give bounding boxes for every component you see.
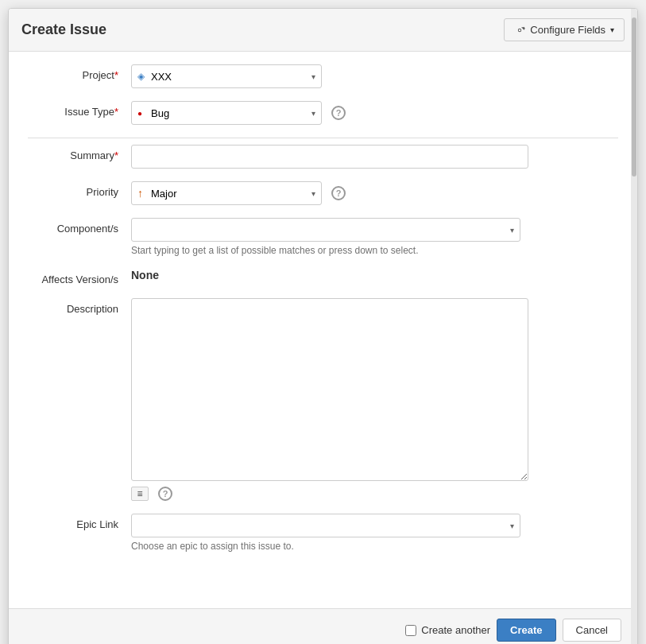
affects-version-label: Affects Version/s bbox=[28, 269, 131, 285]
section-divider bbox=[28, 138, 618, 138]
summary-required-star: * bbox=[114, 149, 118, 161]
create-another-checkbox[interactable] bbox=[405, 625, 416, 636]
configure-fields-label: Configure Fields bbox=[530, 24, 605, 36]
components-row: Component/s ▾ Start typing to get a list… bbox=[28, 218, 618, 256]
footer-actions: Create another Create Cancel bbox=[25, 619, 621, 642]
epic-link-row: Epic Link ▾ Choose an epic to assign thi… bbox=[28, 514, 618, 552]
epic-link-field: ▾ Choose an epic to assign this issue to… bbox=[131, 514, 618, 552]
epic-link-hint: Choose an epic to assign this issue to. bbox=[131, 541, 618, 552]
epic-link-select-wrapper: ▾ bbox=[131, 514, 520, 537]
priority-field: ↑ Major Minor Critical Blocker Trivial ▾… bbox=[131, 181, 618, 205]
gear-icon bbox=[514, 25, 525, 36]
issue-type-help-icon[interactable]: ? bbox=[331, 106, 346, 120]
description-field: ≡ ? bbox=[131, 298, 618, 501]
description-row: Description ≡ ? bbox=[28, 298, 618, 501]
priority-select[interactable]: Major Minor Critical Blocker Trivial bbox=[131, 181, 322, 205]
create-button[interactable]: Create bbox=[497, 619, 555, 642]
affects-version-value: None bbox=[131, 264, 159, 281]
components-select[interactable] bbox=[131, 218, 520, 242]
scrollbar[interactable] bbox=[631, 9, 637, 644]
description-toolbar-icon[interactable]: ≡ bbox=[131, 487, 149, 501]
summary-field bbox=[131, 145, 618, 169]
scrollbar-thumb[interactable] bbox=[632, 17, 636, 177]
project-select[interactable]: XXX bbox=[131, 64, 322, 88]
issue-type-required-star: * bbox=[114, 106, 118, 118]
priority-row-inner: ↑ Major Minor Critical Blocker Trivial ▾… bbox=[131, 181, 618, 205]
description-tools: ≡ ? bbox=[131, 487, 618, 501]
description-help-icon[interactable]: ? bbox=[158, 487, 172, 501]
issue-type-select-wrapper: ● Bug Task Story Epic ▾ bbox=[131, 101, 322, 125]
issue-type-row-inner: ● Bug Task Story Epic ▾ ? bbox=[131, 101, 618, 125]
issue-type-field: ● Bug Task Story Epic ▾ ? bbox=[131, 101, 618, 125]
epic-link-select[interactable] bbox=[131, 514, 520, 537]
priority-help-icon[interactable]: ? bbox=[331, 186, 346, 200]
issue-type-select[interactable]: Bug Task Story Epic bbox=[131, 101, 322, 125]
form-section: Project* ◈ XXX ▾ Issue Type* bbox=[9, 52, 637, 577]
issue-type-row: Issue Type* ● Bug Task Story Epic ▾ bbox=[28, 101, 618, 125]
dialog-body: Project* ◈ XXX ▾ Issue Type* bbox=[9, 52, 637, 608]
components-label: Component/s bbox=[28, 218, 131, 235]
epic-link-label: Epic Link bbox=[28, 514, 131, 530]
priority-select-wrapper: ↑ Major Minor Critical Blocker Trivial ▾ bbox=[131, 181, 322, 205]
priority-label: Priority bbox=[28, 181, 131, 198]
configure-fields-button[interactable]: Configure Fields ▾ bbox=[504, 18, 625, 41]
configure-fields-chevron-icon: ▾ bbox=[610, 25, 614, 34]
summary-label: Summary* bbox=[28, 145, 131, 161]
affects-version-row: Affects Version/s None bbox=[28, 269, 618, 285]
components-field: ▾ Start typing to get a list of possible… bbox=[131, 218, 618, 256]
description-label: Description bbox=[28, 298, 131, 315]
components-select-wrapper: ▾ bbox=[131, 218, 520, 242]
summary-row: Summary* bbox=[28, 145, 618, 169]
priority-row: Priority ↑ Major Minor Critical Blocker … bbox=[28, 181, 618, 205]
cancel-button[interactable]: Cancel bbox=[563, 619, 621, 642]
create-another-label[interactable]: Create another bbox=[405, 624, 490, 636]
project-select-wrapper: ◈ XXX ▾ bbox=[131, 64, 322, 88]
description-textarea[interactable] bbox=[131, 298, 528, 481]
create-issue-dialog: Create Issue Configure Fields ▾ Project*… bbox=[8, 8, 638, 644]
create-another-text: Create another bbox=[421, 624, 490, 636]
affects-version-field: None bbox=[131, 269, 618, 281]
dialog-title: Create Issue bbox=[21, 21, 106, 38]
components-hint: Start typing to get a list of possible m… bbox=[131, 245, 618, 256]
dialog-header: Create Issue Configure Fields ▾ bbox=[9, 9, 637, 52]
dialog-footer: Create another Create Cancel bbox=[9, 608, 637, 644]
project-required-star: * bbox=[114, 69, 118, 81]
project-label: Project* bbox=[28, 64, 131, 81]
project-row: Project* ◈ XXX ▾ bbox=[28, 64, 618, 88]
summary-input[interactable] bbox=[131, 145, 528, 169]
issue-type-label: Issue Type* bbox=[28, 101, 131, 118]
project-field: ◈ XXX ▾ bbox=[131, 64, 618, 88]
